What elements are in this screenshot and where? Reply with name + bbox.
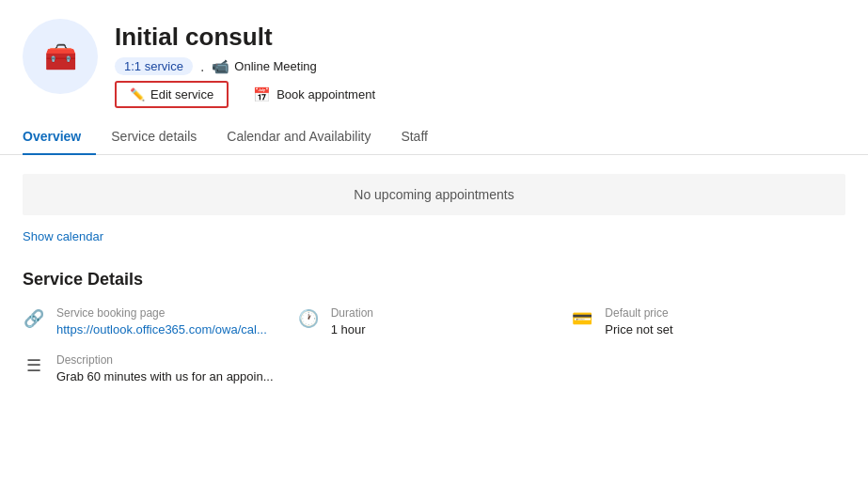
price-label: Default price [605,306,672,320]
price-col: 💳 Default price Price not set [571,306,845,336]
tab-overview[interactable]: Overview [23,119,96,155]
booking-page-label: Service booking page [56,306,267,320]
description-content: Description Grab 60 minutes with us for … [56,353,274,383]
header: 🧰 Initial consult 1:1 service . 📹 Online… [0,0,868,119]
service-type-badge: 1:1 service [115,57,193,75]
pencil-icon: ✏️ [130,87,145,102]
action-buttons: ✏️ Edit service 📅 Book appointment [115,81,388,108]
edit-service-label: Edit service [150,87,213,102]
nav-tabs: Overview Service details Calendar and Av… [0,119,868,155]
avatar: 🧰 [23,19,98,94]
page-title: Initial consult [115,23,388,52]
meeting-type-label: Online Meeting [234,59,316,73]
content-area: No upcoming appointments Show calendar S… [0,155,868,402]
calendar-icon: 📅 [253,86,271,103]
page-container: 🧰 Initial consult 1:1 service . 📹 Online… [0,0,868,485]
booking-page-col: 🔗 Service booking page https://outlook.o… [23,306,297,336]
video-icon: 📹 [212,58,229,75]
book-appointment-button[interactable]: 📅 Book appointment [240,82,388,108]
detail-row-2: ☰ Description Grab 60 minutes with us fo… [23,353,845,383]
header-info: Initial consult 1:1 service . 📹 Online M… [115,19,388,108]
duration-col: 🕐 Duration 1 hour [297,306,572,336]
meeting-type: 📹 Online Meeting [212,58,316,75]
clock-icon: 🕐 [297,308,320,329]
service-icon: 🧰 [44,41,77,72]
service-badges: 1:1 service . 📹 Online Meeting [115,57,388,75]
service-details-grid: 🔗 Service booking page https://outlook.o… [23,306,845,383]
book-appointment-label: Book appointment [276,87,375,102]
price-content: Default price Price not set [605,306,672,336]
duration-value: 1 hour [331,322,373,336]
tab-service-details[interactable]: Service details [96,119,212,155]
duration-label: Duration [331,306,373,320]
description-value: Grab 60 minutes with us for an appoin... [56,369,274,383]
booking-page-value[interactable]: https://outlook.office365.com/owa/cal... [56,322,267,336]
tab-calendar-availability[interactable]: Calendar and Availability [212,119,386,155]
description-col: ☰ Description Grab 60 minutes with us fo… [23,353,845,383]
description-icon: ☰ [23,355,45,376]
service-details-title: Service Details [23,270,845,289]
price-icon: 💳 [571,308,593,329]
no-appointments-text: No upcoming appointments [354,187,513,202]
link-icon: 🔗 [23,308,45,329]
tab-staff[interactable]: Staff [386,119,443,155]
detail-row-1: 🔗 Service booking page https://outlook.o… [23,306,845,336]
show-calendar-link[interactable]: Show calendar [23,229,103,243]
description-label: Description [56,353,274,367]
duration-content: Duration 1 hour [331,306,373,336]
appointments-banner: No upcoming appointments [23,174,845,215]
price-value: Price not set [605,322,672,336]
edit-service-button[interactable]: ✏️ Edit service [115,81,229,108]
booking-page-content: Service booking page https://outlook.off… [56,306,267,336]
separator: . [200,58,204,75]
